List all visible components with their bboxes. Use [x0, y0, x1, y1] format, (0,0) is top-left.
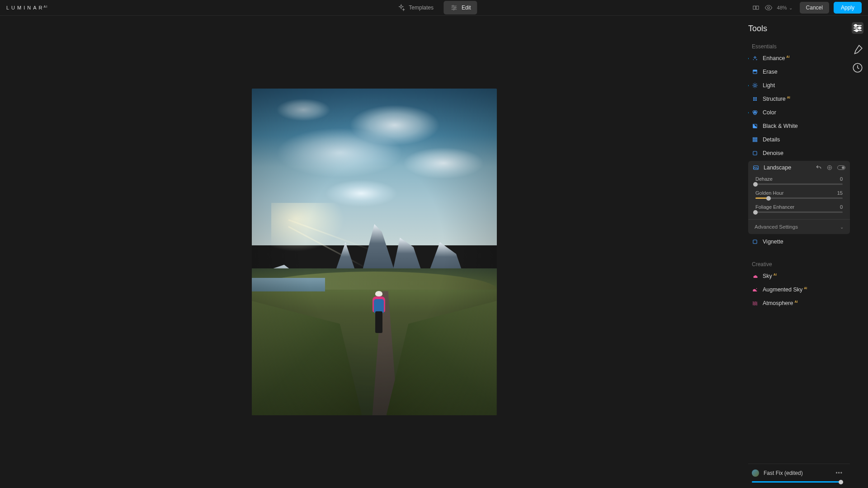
- landscape-label: Landscape: [764, 164, 791, 171]
- tool-list: Essentials EnhanceAI Erase Light Structu…: [748, 40, 868, 464]
- photo-preview: [252, 89, 497, 415]
- tool-label: Black & White: [763, 123, 798, 129]
- tool-vignette[interactable]: Vignette: [748, 235, 850, 249]
- apply-button[interactable]: Apply: [834, 2, 862, 14]
- tool-label: Vignette: [763, 239, 783, 245]
- advanced-settings-row[interactable]: Advanced Settings ⌄: [748, 219, 850, 234]
- svg-point-20: [754, 84, 756, 87]
- landscape-toggle[interactable]: [837, 165, 845, 170]
- preset-name: Fast Fix (edited): [764, 470, 803, 476]
- svg-point-54: [829, 167, 830, 169]
- cancel-button[interactable]: Cancel: [800, 2, 829, 14]
- svg-point-53: [827, 165, 831, 169]
- svg-point-37: [756, 100, 757, 101]
- tool-black-white[interactable]: Black & White: [748, 119, 850, 133]
- compare-icon[interactable]: [752, 4, 760, 12]
- tool-label: Augmented SkyAI: [763, 286, 807, 293]
- svg-point-29: [753, 97, 754, 98]
- preset-menu-button[interactable]: •••: [835, 470, 843, 476]
- atmosphere-icon: [752, 300, 758, 306]
- slider-track[interactable]: [755, 211, 843, 213]
- canvas-area[interactable]: [0, 16, 748, 488]
- logo-suffix: AI: [44, 5, 48, 8]
- structure-icon: [752, 96, 758, 102]
- svg-line-26: [756, 87, 757, 87]
- slider-track[interactable]: [755, 183, 843, 185]
- svg-rect-52: [754, 166, 759, 169]
- slider-thumb[interactable]: [766, 196, 771, 201]
- slider-dehaze[interactable]: Dehaze0: [748, 174, 850, 188]
- svg-point-56: [756, 288, 757, 289]
- light-icon: [752, 82, 758, 89]
- preview-icon[interactable]: [764, 4, 773, 12]
- templates-tab[interactable]: Templates: [391, 1, 440, 14]
- svg-line-27: [753, 87, 754, 87]
- preset-amount-slider[interactable]: [752, 481, 843, 483]
- slider-label: Dehaze: [755, 176, 773, 182]
- svg-line-28: [756, 84, 757, 84]
- tools-sidebar: Tools Essentials EnhanceAI Erase Light S…: [748, 16, 868, 488]
- landscape-tool-expanded: Landscape Dehaze0 Golden Hour15 Foliage …: [748, 161, 850, 234]
- tool-label: StructureAI: [763, 96, 790, 102]
- brush-mode-button[interactable]: [852, 44, 863, 56]
- slider-foliage-enhancer[interactable]: Foliage Enhancer0: [748, 202, 850, 216]
- history-mode-button[interactable]: [852, 62, 863, 74]
- color-icon: [752, 109, 758, 116]
- svg-rect-49: [755, 141, 755, 141]
- tool-light[interactable]: Light: [748, 79, 850, 92]
- svg-point-35: [753, 100, 754, 101]
- tool-erase[interactable]: Erase: [748, 65, 850, 79]
- mask-icon[interactable]: [826, 164, 833, 171]
- slider-track[interactable]: [755, 197, 843, 199]
- svg-rect-6: [753, 6, 755, 9]
- landscape-header[interactable]: Landscape: [748, 161, 850, 174]
- edit-tab[interactable]: Edit: [443, 1, 477, 14]
- tool-label: SkyAI: [763, 273, 777, 279]
- slider-label: Foliage Enhancer: [755, 204, 794, 210]
- sky-icon: [752, 273, 758, 279]
- templates-label: Templates: [409, 5, 434, 11]
- slider-golden-hour[interactable]: Golden Hour15: [748, 188, 850, 202]
- sparkle-icon: [397, 4, 405, 12]
- svg-point-31: [756, 97, 757, 98]
- svg-rect-42: [753, 137, 754, 138]
- bw-icon: [752, 123, 758, 129]
- tool-enhance[interactable]: EnhanceAI: [748, 52, 850, 65]
- svg-rect-7: [756, 6, 758, 9]
- tool-denoise[interactable]: Denoise: [748, 146, 850, 160]
- slider-thumb[interactable]: [753, 182, 758, 187]
- tools-title: Tools: [748, 24, 868, 40]
- enhance-icon: [752, 55, 758, 61]
- topbar-right: 48%⌄ Cancel Apply: [752, 2, 862, 14]
- zoom-dropdown[interactable]: 48%⌄: [777, 5, 793, 10]
- slider-thumb[interactable]: [753, 210, 758, 215]
- sliders-icon: [450, 4, 458, 12]
- topbar-tabs: Templates Edit: [391, 1, 477, 14]
- slider-thumb[interactable]: [839, 480, 843, 484]
- undo-icon[interactable]: [816, 164, 822, 171]
- tool-color[interactable]: Color: [748, 106, 850, 119]
- svg-point-8: [767, 7, 769, 9]
- advanced-settings-label: Advanced Settings: [755, 224, 798, 230]
- slider-value: 15: [837, 190, 843, 196]
- erase-icon: [752, 69, 758, 75]
- tool-label: Erase: [763, 69, 778, 75]
- tools-mode-button[interactable]: [852, 22, 863, 34]
- svg-point-32: [753, 99, 754, 99]
- svg-rect-19: [753, 70, 757, 71]
- svg-point-34: [756, 99, 757, 99]
- tool-label: Denoise: [763, 150, 783, 156]
- chevron-down-icon: ⌄: [840, 225, 844, 230]
- tool-augmented-sky[interactable]: Augmented SkyAI: [748, 283, 850, 296]
- svg-rect-46: [755, 139, 755, 140]
- svg-point-33: [755, 99, 755, 99]
- edit-label: Edit: [462, 5, 471, 11]
- svg-point-17: [753, 59, 754, 60]
- slider-value: 0: [840, 204, 843, 210]
- essentials-section-label: Essentials: [748, 40, 850, 52]
- tool-details[interactable]: Details: [748, 133, 850, 146]
- tool-structure[interactable]: StructureAI: [748, 92, 850, 106]
- svg-rect-48: [753, 141, 754, 141]
- tool-sky[interactable]: SkyAI: [748, 269, 850, 283]
- tool-atmosphere[interactable]: AtmosphereAI: [748, 296, 850, 310]
